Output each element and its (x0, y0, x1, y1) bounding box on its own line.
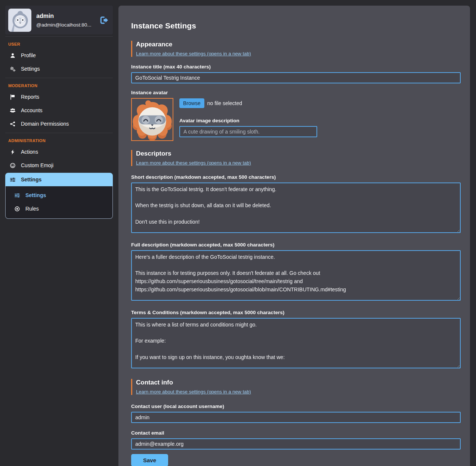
user-avatar (8, 9, 31, 32)
descriptors-heading: Descriptors (136, 150, 461, 157)
sidebar-item-label: Custom Emoji (21, 162, 53, 168)
section-label-user: USER (5, 38, 113, 49)
short-description-textarea[interactable]: This is the GoToSocial testrig. It doesn… (131, 183, 461, 233)
sidebar-section-user: USER Profile Settings (5, 36, 113, 78)
user-icon (9, 52, 16, 58)
gears-icon (9, 66, 16, 72)
descriptors-section-header: Descriptors Learn more about these setti… (131, 150, 461, 166)
sidebar-item-accounts[interactable]: Accounts (5, 104, 113, 117)
submenu-item-label: Settings (25, 192, 46, 198)
contact-email-input[interactable] (131, 438, 461, 450)
app-root: admin @admin@localhost:80... USER Profil… (0, 0, 476, 466)
sidebar-item-reports[interactable]: Reports (5, 90, 113, 104)
appearance-heading: Appearance (136, 41, 461, 48)
submenu-item-rules[interactable]: Rules (6, 202, 112, 215)
contact-section-header: Contact info Learn more about these sett… (131, 379, 461, 395)
sidebar-item-profile[interactable]: Profile (5, 49, 113, 62)
full-description-textarea[interactable]: Here's a fuller description of the GoToS… (131, 250, 461, 301)
sidebar-item-label: Domain Permissions (21, 121, 69, 127)
user-name: admin (36, 13, 91, 19)
sidebar-item-label: Profile (21, 52, 36, 58)
user-meta: admin @admin@localhost:80... (36, 13, 91, 28)
smiley-icon (9, 162, 16, 168)
sidebar-section-moderation: MODERATION Reports Accounts Domain Permi… (5, 78, 113, 133)
terms-textarea[interactable]: This is where a list of terms and condit… (131, 318, 461, 368)
sidebar-item-user-settings[interactable]: Settings (5, 62, 113, 76)
sign-out-icon[interactable] (100, 16, 108, 24)
users-icon (9, 107, 16, 113)
descriptors-learn-more-link[interactable]: Learn more about these settings (opens i… (136, 160, 251, 166)
contact-user-label: Contact user (local account username) (131, 404, 461, 409)
circle-dot-icon (14, 206, 20, 212)
contact-heading: Contact info (136, 379, 461, 386)
sidebar-item-custom-emoji[interactable]: Custom Emoji (5, 159, 113, 172)
settings-submenu: Settings Rules (5, 186, 113, 219)
sidebar: admin @admin@localhost:80... USER Profil… (5, 6, 113, 221)
contact-learn-more-link[interactable]: Learn more about these settings (opens i… (136, 389, 251, 395)
instance-title-label: Instance title (max 40 characters) (131, 64, 461, 70)
sliders-icon (9, 177, 16, 183)
instance-avatar-image (131, 98, 173, 141)
contact-user-input[interactable] (131, 412, 461, 423)
sidebar-item-label: Accounts (21, 107, 43, 113)
terms-label: Terms & Conditions (markdown accepted, m… (131, 310, 461, 315)
bolt-icon (9, 149, 16, 155)
contact-email-label: Contact email (131, 430, 461, 436)
save-button[interactable]: Save (131, 454, 168, 466)
sidebar-item-label: Actions (21, 149, 38, 155)
sidebar-item-actions[interactable]: Actions (5, 145, 113, 159)
sliders-icon (14, 192, 20, 198)
user-handle: @admin@localhost:80... (36, 22, 91, 28)
browse-button[interactable]: Browse (179, 98, 204, 108)
user-card[interactable]: admin @admin@localhost:80... (5, 6, 113, 34)
avatar-controls: Browse no file selected Avatar image des… (179, 98, 317, 141)
sidebar-item-domain-permissions[interactable]: Domain Permissions (5, 117, 113, 131)
submenu-item-settings[interactable]: Settings (6, 188, 112, 202)
sidebar-item-label: Settings (21, 177, 41, 183)
file-status-text: no file selected (207, 100, 242, 106)
sidebar-item-label: Settings (21, 66, 40, 72)
instance-settings-panel: Instance Settings Appearance Learn more … (118, 6, 470, 466)
avatar-description-label: Avatar image description (179, 118, 317, 123)
sidebar-item-label: Reports (21, 94, 39, 100)
instance-avatar-label: Instance avatar (131, 90, 461, 95)
submenu-item-label: Rules (25, 206, 39, 212)
avatar-description-input[interactable] (179, 126, 317, 137)
instance-avatar-row: Browse no file selected Avatar image des… (131, 98, 461, 141)
full-description-label: Full description (markdown accepted, max… (131, 242, 461, 248)
sidebar-section-administration: ADMINISTRATION Actions Custom Emoji Sett… (5, 133, 113, 221)
section-label-administration: ADMINISTRATION (5, 135, 113, 145)
short-description-label: Short description (markdown accepted, ma… (131, 174, 461, 180)
section-label-moderation: MODERATION (5, 80, 113, 90)
appearance-learn-more-link[interactable]: Learn more about these settings (opens i… (136, 51, 251, 56)
share-nodes-icon (9, 121, 16, 127)
sidebar-item-admin-settings[interactable]: Settings (5, 173, 113, 186)
instance-title-input[interactable] (131, 72, 461, 83)
page-title: Instance Settings (131, 21, 461, 30)
appearance-section-header: Appearance Learn more about these settin… (131, 41, 461, 57)
flag-icon (9, 94, 16, 100)
